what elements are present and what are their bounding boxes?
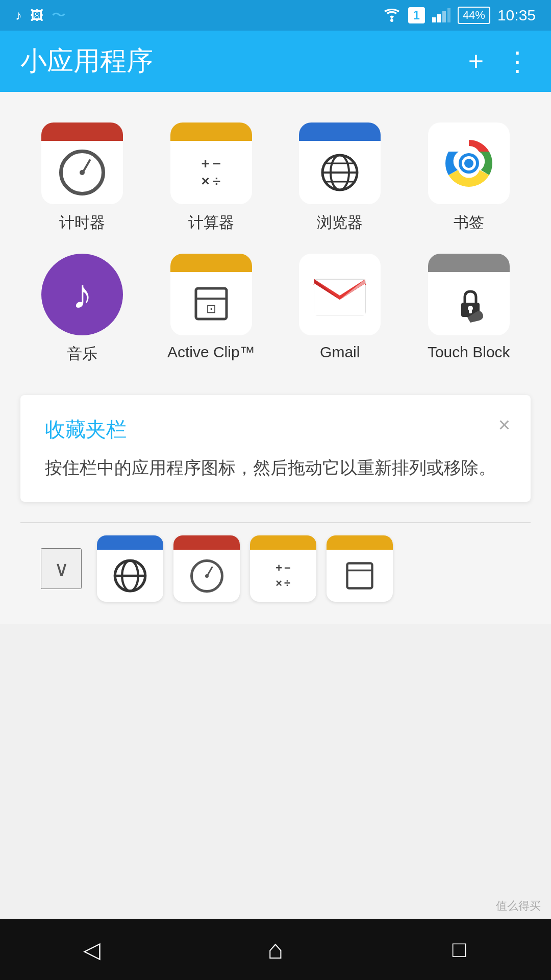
status-bar: ♪ 🖼 〜 1 44% 10:35 [0, 0, 551, 31]
info-card-body: 按住栏中的应用程序图标，然后拖动它以重新排列或移除。 [45, 454, 506, 481]
wave-status-icon: 〜 [52, 6, 66, 25]
home-icon: ⌂ [267, 934, 283, 965]
tray-collapse-button[interactable]: ∨ [41, 548, 82, 589]
touchblock-label: Touch Block [428, 344, 510, 361]
svg-point-13 [464, 159, 473, 168]
svg-rect-24 [347, 564, 372, 589]
clock: 10:35 [497, 7, 536, 24]
notification-badge: 1 [408, 7, 425, 23]
image-status-icon: 🖼 [30, 8, 43, 23]
music-label: 音乐 [67, 344, 97, 364]
app-item-gmail[interactable]: Gmail [278, 254, 402, 364]
app-item-calculator[interactable]: +− ×÷ 计算器 [149, 122, 273, 233]
info-card-close-button[interactable]: × [498, 413, 510, 436]
app-item-timer[interactable]: 计时器 [20, 122, 144, 233]
gmail-label: Gmail [320, 344, 360, 361]
app-item-browser[interactable]: 浏览器 [278, 122, 402, 233]
calculator-icon: +− ×÷ [170, 122, 252, 204]
back-icon: ◁ [83, 937, 101, 963]
recent-icon: □ [453, 937, 466, 962]
svg-rect-3 [442, 11, 446, 22]
signal-icon [432, 8, 450, 22]
tray-icons: +− ×÷ [97, 535, 393, 602]
app-grid: 计时器 +− ×÷ 计算器 [20, 122, 531, 364]
tray-item-calculator[interactable]: +− ×÷ [250, 535, 316, 602]
activeclip-label: Active Clip™ [167, 344, 255, 361]
tray-item-browser[interactable] [97, 535, 163, 602]
music-icon: ♪ [41, 254, 123, 335]
music-status-icon: ♪ [15, 8, 22, 23]
svg-point-0 [390, 19, 393, 22]
status-right-icons: 1 44% 10:35 [383, 7, 536, 24]
timer-label: 计时器 [59, 212, 105, 233]
watermark: 值么得买 [496, 898, 541, 914]
svg-text:⊡: ⊡ [206, 302, 216, 315]
navigation-bar: ◁ ⌂ □ [0, 919, 551, 980]
timer-icon [41, 122, 123, 204]
more-options-button[interactable]: ⋮ [504, 46, 531, 77]
status-left-icons: ♪ 🖼 〜 [15, 6, 66, 25]
svg-rect-1 [432, 17, 436, 22]
bottom-tray: ∨ [20, 523, 531, 614]
wifi-icon [383, 8, 401, 22]
calculator-label: 计算器 [188, 212, 234, 233]
battery-indicator: 44% [458, 7, 490, 24]
chrome-icon [428, 122, 510, 204]
browser-icon [299, 122, 381, 204]
app-item-bookmarks[interactable]: 书签 [407, 122, 531, 233]
app-bar-title: 小应用程序 [20, 43, 153, 79]
add-button[interactable]: + [468, 46, 484, 77]
browser-label: 浏览器 [317, 212, 363, 233]
gmail-icon [299, 254, 381, 335]
app-bar: 小应用程序 + ⋮ [0, 31, 551, 92]
app-item-touchblock[interactable]: Touch Block [407, 254, 531, 364]
app-item-music[interactable]: ♪ 音乐 [20, 254, 144, 364]
app-item-activeclip[interactable]: ⊡ Active Clip™ [149, 254, 273, 364]
touchblock-icon [428, 254, 510, 335]
activeclip-icon: ⊡ [170, 254, 252, 335]
back-button[interactable]: ◁ [71, 929, 112, 970]
app-bar-actions: + ⋮ [468, 46, 531, 77]
svg-rect-2 [437, 14, 441, 22]
main-content: 计时器 +− ×÷ 计算器 [0, 92, 551, 624]
info-card: 收藏夹栏 按住栏中的应用程序图标，然后拖动它以重新排列或移除。 × [20, 395, 531, 502]
info-card-title: 收藏夹栏 [45, 415, 506, 444]
home-button[interactable]: ⌂ [255, 929, 296, 970]
bookmarks-label: 书签 [454, 212, 484, 233]
recent-apps-button[interactable]: □ [439, 929, 480, 970]
svg-rect-4 [447, 8, 450, 22]
tray-item-activeclip[interactable] [327, 535, 393, 602]
tray-item-timer[interactable] [173, 535, 240, 602]
svg-rect-20 [469, 308, 472, 313]
